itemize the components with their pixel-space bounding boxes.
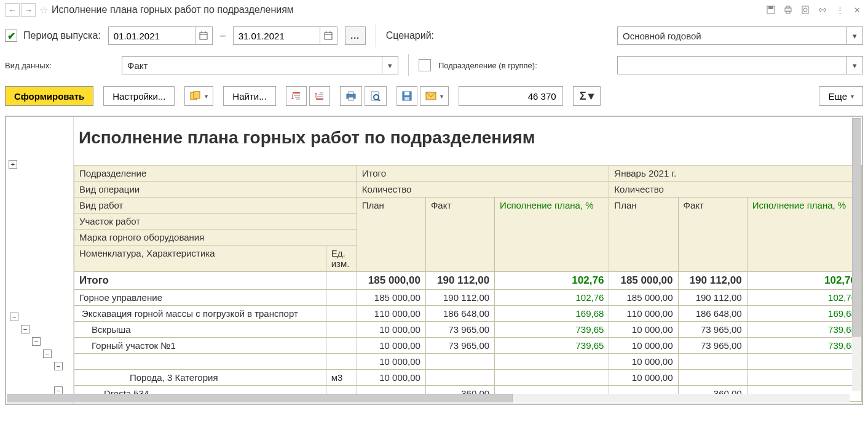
- hdr-division: Подразделение: [74, 166, 357, 182]
- date-from-input[interactable]: [109, 28, 195, 44]
- tree-toggle[interactable]: −: [21, 325, 30, 333]
- find-button[interactable]: Найти...: [223, 86, 275, 106]
- cell-fact-total: 190 112,00: [425, 290, 494, 306]
- cell-exec-total: 102,76: [495, 290, 609, 306]
- cell-label: Горное управление: [74, 290, 326, 306]
- cell-fact-period: 186 648,00: [678, 306, 747, 322]
- table-row[interactable]: 10 000,0010 000,00: [74, 354, 862, 370]
- svg-rect-11: [325, 33, 332, 39]
- date-from-field[interactable]: [108, 26, 213, 45]
- collapse-all-button[interactable]: [309, 86, 330, 106]
- cell-exec-total: 739,65: [495, 338, 609, 354]
- cell-label: Порода, 3 Категория: [74, 370, 326, 386]
- hdr-plan: План: [357, 198, 425, 272]
- cell-plan-period: 10 000,00: [609, 354, 678, 370]
- calendar-icon[interactable]: [195, 27, 212, 44]
- sum-value-input[interactable]: [459, 86, 563, 106]
- cell-exec-total: 102,76: [495, 272, 609, 290]
- cell-plan-total: 110 000,00: [357, 306, 425, 322]
- period-label: Период выпуска:: [23, 30, 101, 41]
- cell-plan-total: 185 000,00: [357, 290, 425, 306]
- svg-rect-3: [786, 6, 790, 8]
- save-button[interactable]: [397, 86, 417, 106]
- cell-uom: [326, 272, 357, 290]
- scenario-value: Основной годовой: [618, 28, 846, 44]
- settings-button[interactable]: Настройки...: [103, 86, 175, 106]
- table-row[interactable]: Вскрыша10 000,0073 965,00739,6510 000,00…: [74, 322, 862, 338]
- kebab-menu-icon[interactable]: ⋮: [834, 4, 846, 16]
- cell-plan-total: 10 000,00: [357, 338, 425, 354]
- cell-exec-period: 739,65: [747, 338, 861, 354]
- svg-rect-27: [349, 97, 353, 100]
- period-select-button[interactable]: ...: [345, 26, 366, 45]
- preview-icon[interactable]: [799, 4, 811, 16]
- separator: [408, 54, 409, 76]
- division-checkbox[interactable]: [419, 59, 431, 71]
- variants-button[interactable]: ▾: [184, 86, 213, 106]
- vertical-scrollbar[interactable]: [852, 118, 861, 391]
- tree-gutter: + − − − − − −: [6, 117, 74, 404]
- link-icon[interactable]: [816, 4, 829, 16]
- cell-plan-period: 10 000,00: [609, 322, 678, 338]
- table-row[interactable]: Экскавация горной массы с погрузкой в тр…: [74, 306, 862, 322]
- scenario-dropdown[interactable]: Основной годовой ▾: [617, 26, 863, 45]
- hdr-qty: Количество: [357, 182, 609, 198]
- save-icon[interactable]: [765, 4, 777, 16]
- tree-toggle[interactable]: −: [32, 337, 41, 346]
- cell-fact-period: 190 112,00: [678, 290, 747, 306]
- hdr-area: Участок работ: [74, 214, 357, 229]
- cell-plan-total: 10 000,00: [357, 322, 425, 338]
- tree-toggle[interactable]: −: [10, 313, 18, 321]
- cell-plan-period: 10 000,00: [609, 338, 678, 354]
- division-dropdown[interactable]: ▾: [617, 56, 863, 74]
- cell-label: Экскавация горной массы с погрузкой в тр…: [74, 306, 326, 322]
- period-checkbox[interactable]: [5, 30, 17, 42]
- cell-fact-total: [425, 370, 494, 386]
- print-button[interactable]: [340, 86, 362, 106]
- dropdown-icon[interactable]: ▾: [846, 57, 862, 74]
- forward-button[interactable]: →: [21, 3, 36, 17]
- svg-rect-26: [349, 92, 353, 94]
- dropdown-icon[interactable]: ▾: [846, 27, 862, 44]
- calendar-icon[interactable]: [320, 27, 337, 44]
- hdr-exec: Исполнение плана, %: [495, 198, 609, 272]
- hdr-total: Итого: [357, 166, 609, 182]
- tree-toggle[interactable]: −: [43, 349, 52, 358]
- date-to-input[interactable]: [234, 28, 320, 44]
- horizontal-scrollbar[interactable]: [7, 394, 850, 402]
- more-button[interactable]: Еще▾: [819, 86, 863, 106]
- data-kind-value: Факт: [122, 58, 382, 73]
- cell-plan-total: 185 000,00: [357, 272, 425, 290]
- generate-button[interactable]: Сформировать: [5, 86, 93, 106]
- cell-uom: [326, 306, 357, 322]
- table-row[interactable]: Итого185 000,00190 112,00102,76185 000,0…: [74, 272, 862, 290]
- hdr-exec: Исполнение плана, %: [747, 198, 861, 272]
- date-to-field[interactable]: [233, 26, 337, 45]
- chevron-down-icon: ▾: [588, 89, 594, 103]
- cell-uom: [326, 354, 357, 370]
- cell-uom: [326, 322, 357, 338]
- back-button[interactable]: ←: [5, 3, 20, 17]
- table-row[interactable]: Порода, 3 Категориям310 000,0010 000,00: [74, 370, 862, 386]
- cell-exec-total: 739,65: [495, 322, 609, 338]
- send-button[interactable]: ▾: [420, 86, 449, 106]
- page-title: Исполнение плана горных работ по подразд…: [52, 4, 294, 15]
- tree-toggle[interactable]: −: [54, 362, 63, 370]
- table-row[interactable]: Горное управление185 000,00190 112,00102…: [74, 290, 862, 306]
- expand-all-toggle[interactable]: +: [9, 160, 17, 169]
- sigma-button[interactable]: Σ▾: [573, 86, 601, 106]
- close-icon[interactable]: ✕: [851, 4, 863, 16]
- titlebar: ← → ☆ Исполнение плана горных работ по п…: [0, 0, 868, 20]
- cell-fact-period: [678, 354, 747, 370]
- favorite-icon[interactable]: ☆: [39, 4, 48, 16]
- svg-line-30: [378, 99, 380, 101]
- table-row[interactable]: Горный участок №110 000,0073 965,00739,6…: [74, 338, 862, 354]
- print-preview-button[interactable]: [365, 86, 387, 106]
- svg-rect-16: [194, 91, 200, 98]
- cell-exec-period: [747, 370, 861, 386]
- data-kind-dropdown[interactable]: Факт ▾: [122, 56, 398, 74]
- expand-all-button[interactable]: [286, 86, 307, 106]
- dropdown-icon[interactable]: ▾: [382, 57, 398, 74]
- print-icon[interactable]: [782, 4, 794, 16]
- cell-exec-period: 739,65: [747, 322, 861, 338]
